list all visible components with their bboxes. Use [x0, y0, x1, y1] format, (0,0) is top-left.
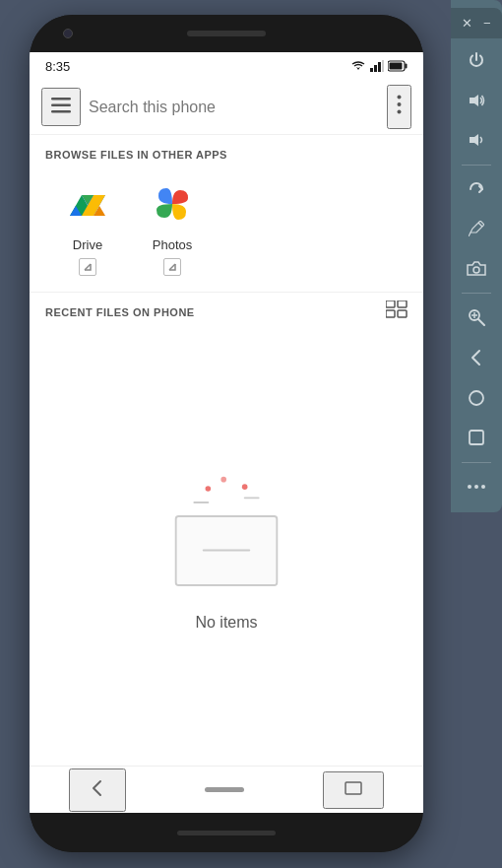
drive-label: Drive — [73, 237, 102, 252]
svg-rect-27 — [345, 782, 361, 794]
external-link-icon — [83, 262, 93, 272]
signal-icon — [370, 60, 384, 72]
svg-line-13 — [85, 264, 91, 270]
recents-button[interactable] — [323, 771, 384, 809]
svg-point-19 — [206, 486, 212, 492]
front-camera — [63, 29, 73, 38]
svg-rect-16 — [398, 300, 407, 307]
svg-marker-29 — [470, 134, 478, 146]
status-icons — [350, 60, 408, 72]
more-vertical-icon — [397, 95, 402, 114]
drive-icon-wrap — [60, 176, 115, 232]
svg-point-39 — [468, 485, 471, 489]
svg-point-10 — [398, 96, 402, 100]
app-grid: Drive — [30, 168, 423, 292]
svg-point-40 — [474, 485, 478, 489]
screen: 8:35 — [30, 52, 423, 813]
drive-app-item[interactable]: Drive — [53, 176, 122, 276]
zoom-button[interactable] — [458, 300, 495, 336]
svg-rect-38 — [470, 431, 483, 444]
browse-title: BROWSE FILES IN OTHER APPS — [45, 149, 227, 161]
empty-illustration — [157, 466, 295, 594]
empty-state: No items — [30, 331, 423, 766]
side-home-button[interactable] — [458, 379, 495, 416]
svg-rect-15 — [386, 300, 395, 307]
battery-icon — [388, 60, 408, 72]
list-view-toggle[interactable] — [386, 300, 408, 323]
photos-icon — [149, 180, 196, 228]
wifi-icon — [350, 60, 366, 72]
zoom-icon — [468, 308, 485, 326]
bottom-nav — [30, 766, 423, 813]
svg-marker-28 — [470, 95, 478, 106]
volume-up-icon — [468, 92, 485, 109]
svg-point-41 — [481, 485, 485, 489]
volume-down-icon — [468, 131, 485, 149]
drive-open-arrow — [79, 258, 96, 276]
external-link-icon-2 — [167, 262, 177, 272]
screenshot-button[interactable] — [458, 211, 495, 247]
side-controls-panel: ✕ − — [451, 0, 502, 512]
side-divider-3 — [462, 462, 491, 463]
svg-rect-3 — [382, 60, 384, 72]
photos-app-item[interactable]: Photos — [138, 176, 207, 276]
status-time: 8:35 — [45, 59, 70, 74]
phone-top — [30, 15, 423, 52]
side-recents-button[interactable] — [458, 420, 495, 456]
recent-title: RECENT FILES ON PHONE — [45, 306, 195, 318]
search-input[interactable]: Search this phone — [89, 88, 379, 127]
photos-open-arrow — [163, 258, 181, 276]
power-button[interactable] — [458, 42, 495, 79]
back-arrow-icon — [91, 778, 104, 798]
volume-up-button[interactable] — [458, 82, 495, 118]
side-more-button[interactable] — [458, 468, 495, 504]
phone-body: 8:35 — [30, 15, 423, 852]
svg-point-23 — [220, 476, 226, 482]
side-divider-1 — [462, 165, 491, 166]
status-bar: 8:35 — [30, 52, 423, 80]
camera-icon — [467, 261, 486, 277]
empty-state-illustration — [157, 466, 295, 594]
svg-rect-9 — [51, 110, 71, 113]
svg-line-14 — [169, 264, 175, 270]
side-back-button[interactable] — [458, 340, 495, 376]
close-button[interactable]: ✕ — [462, 16, 472, 31]
svg-rect-8 — [51, 104, 71, 107]
rotate-icon — [468, 180, 485, 198]
svg-point-37 — [470, 391, 483, 405]
svg-line-34 — [478, 319, 484, 325]
svg-rect-6 — [390, 63, 403, 70]
photos-icon-wrap — [145, 176, 200, 232]
back-button[interactable] — [69, 768, 126, 812]
browse-section-header: BROWSE FILES IN OTHER APPS — [30, 135, 423, 168]
svg-line-30 — [478, 223, 482, 227]
home-circle-icon — [468, 389, 485, 407]
svg-line-31 — [469, 233, 471, 236]
search-placeholder: Search this phone — [89, 99, 216, 116]
menu-button[interactable] — [41, 88, 81, 126]
grid-list-icon — [386, 300, 408, 318]
svg-point-32 — [473, 267, 479, 273]
pencil-icon — [469, 221, 484, 236]
photos-label: Photos — [153, 237, 192, 252]
svg-rect-17 — [386, 310, 395, 317]
svg-rect-7 — [51, 98, 71, 100]
svg-rect-0 — [370, 68, 373, 72]
hamburger-icon — [51, 98, 71, 113]
rotate-button[interactable] — [458, 171, 495, 208]
scene: 8:35 — [0, 0, 502, 868]
more-options-button[interactable] — [387, 85, 411, 129]
phone-bottom — [30, 813, 423, 852]
phone-bottom-bar — [177, 831, 276, 835]
svg-rect-1 — [374, 65, 377, 72]
drive-icon — [64, 180, 111, 228]
svg-rect-18 — [398, 310, 407, 317]
more-horizontal-icon — [468, 484, 485, 490]
home-bar — [205, 787, 244, 792]
phone-speaker — [187, 31, 266, 36]
recent-section-header: RECENT FILES ON PHONE — [30, 292, 423, 331]
volume-down-button[interactable] — [458, 122, 495, 159]
minimize-button[interactable]: − — [483, 16, 491, 31]
camera-button[interactable] — [458, 251, 495, 288]
svg-rect-5 — [406, 64, 408, 69]
